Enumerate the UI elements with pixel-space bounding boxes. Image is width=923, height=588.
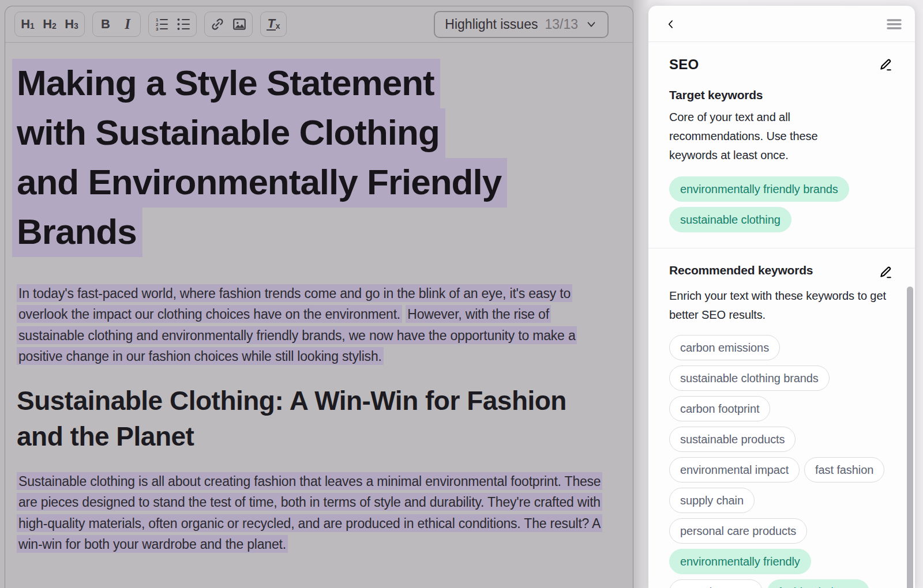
back-chevron-icon bbox=[665, 18, 677, 30]
panel-title: SEO bbox=[669, 56, 699, 73]
recommended-keyword-pill[interactable]: environmentally friendly bbox=[669, 549, 811, 574]
back-button[interactable] bbox=[661, 14, 681, 34]
recommended-keywords-heading: Recommended keywords bbox=[669, 263, 813, 277]
target-keywords-description: Core of your text and all recommendation… bbox=[669, 108, 842, 165]
heading-button-group: H1 H2 H3 bbox=[14, 12, 85, 37]
list-button-group: 123 bbox=[148, 12, 197, 37]
intro-paragraph: In today's fast-paced world, where fashi… bbox=[17, 282, 614, 367]
link-icon bbox=[210, 17, 225, 32]
clear-format-button-group: Tx bbox=[260, 12, 287, 37]
insert-button-group bbox=[204, 12, 253, 37]
bold-button[interactable]: B bbox=[95, 13, 117, 35]
document-title-line: Brands bbox=[12, 208, 142, 257]
section-heading: Sustainable Clothing: A Win-Win for Fash… bbox=[17, 383, 582, 454]
svg-text:3: 3 bbox=[156, 27, 159, 32]
recommended-keyword-pill[interactable]: carbon emissions bbox=[669, 335, 780, 360]
editor-content[interactable]: Making a Style Statementwith Sustainable… bbox=[5, 43, 633, 588]
recommended-keyword-pill[interactable]: sustainable clothing brands bbox=[669, 365, 830, 391]
target-keywords-heading: Target keywords bbox=[669, 88, 894, 102]
document-title: Making a Style Statementwith Sustainable… bbox=[17, 59, 618, 257]
h2-button[interactable]: H2 bbox=[39, 13, 61, 35]
h3-sub: 3 bbox=[74, 21, 78, 31]
panel-scrollbar-thumb[interactable] bbox=[907, 287, 913, 588]
recommended-keyword-pill[interactable]: organic cotton bbox=[669, 579, 763, 588]
editor-card: H1 H2 H3 B I 123 bbox=[5, 6, 633, 588]
recommended-keywords-description: Enrich your text with these keywords to … bbox=[669, 287, 888, 325]
h2-sub: 2 bbox=[52, 21, 57, 31]
text-style-button-group: B I bbox=[92, 12, 141, 37]
target-keyword-pill[interactable]: sustainable clothing bbox=[669, 207, 791, 232]
ordered-list-button[interactable]: 123 bbox=[151, 13, 172, 35]
h1-button[interactable]: H1 bbox=[17, 13, 39, 35]
insert-link-button[interactable] bbox=[207, 13, 228, 35]
recommended-keyword-pill[interactable]: carbon footprint bbox=[669, 396, 770, 421]
h3-label: H bbox=[65, 17, 74, 32]
recommended-keywords-list: carbon emissionssustainable clothing bra… bbox=[669, 335, 890, 588]
h1-label: H bbox=[21, 17, 30, 32]
clear-formatting-label: T bbox=[267, 18, 275, 31]
highlight-issues-dropdown[interactable]: Highlight issues 13/13 bbox=[434, 11, 609, 38]
h1-sub: 1 bbox=[30, 21, 35, 31]
highlighted-sentence: Sustainable clothing is all about creati… bbox=[17, 472, 602, 553]
h3-button[interactable]: H3 bbox=[61, 13, 82, 35]
section-paragraph: Sustainable clothing is all about creati… bbox=[17, 470, 614, 555]
editor-toolbar: H1 H2 H3 B I 123 bbox=[5, 6, 633, 43]
ordered-list-icon: 123 bbox=[154, 17, 169, 32]
seo-panel: SEO Target keywords Core of your text an… bbox=[648, 6, 915, 588]
document-title-line: Making a Style Statement bbox=[12, 59, 440, 108]
image-icon bbox=[232, 17, 247, 32]
edit-pencil-icon bbox=[878, 57, 893, 72]
chevron-down-icon bbox=[585, 18, 598, 31]
recommended-keyword-pill[interactable]: fast fashion bbox=[804, 457, 884, 483]
edit-recommended-keywords-button[interactable] bbox=[877, 263, 894, 281]
menu-button[interactable] bbox=[884, 14, 905, 35]
highlight-issues-label: Highlight issues bbox=[445, 17, 538, 32]
clear-formatting-button[interactable]: Tx bbox=[262, 13, 284, 35]
document-title-line: with Sustainable Clothing bbox=[12, 108, 445, 158]
clear-formatting-sub: x bbox=[276, 21, 280, 31]
edit-target-keywords-button[interactable] bbox=[877, 56, 894, 73]
insert-image-button[interactable] bbox=[228, 13, 250, 35]
recommended-keyword-pill[interactable]: personal care products bbox=[669, 518, 807, 544]
edit-pencil-icon bbox=[878, 265, 893, 280]
recommended-keyword-pill[interactable]: environmental impact bbox=[669, 457, 800, 483]
bullet-list-icon bbox=[176, 17, 191, 32]
target-keywords-list: environmentally friendly brandssustainab… bbox=[669, 176, 890, 232]
panel-header bbox=[648, 6, 915, 42]
bullet-list-button[interactable] bbox=[172, 13, 194, 35]
h2-label: H bbox=[43, 17, 52, 32]
highlight-issues-count: 13/13 bbox=[545, 17, 578, 32]
recommended-keyword-pill[interactable]: fashion industry bbox=[767, 579, 869, 588]
document-title-line: and Environmentally Friendly bbox=[12, 158, 507, 208]
section-divider bbox=[648, 248, 915, 248]
menu-icon bbox=[887, 18, 902, 31]
panel-body: SEO Target keywords Core of your text an… bbox=[648, 42, 915, 588]
recommended-keyword-pill[interactable]: supply chain bbox=[669, 488, 755, 513]
target-keyword-pill[interactable]: environmentally friendly brands bbox=[669, 176, 849, 202]
recommended-keyword-pill[interactable]: sustainable products bbox=[669, 427, 796, 452]
italic-button[interactable]: I bbox=[117, 13, 138, 35]
